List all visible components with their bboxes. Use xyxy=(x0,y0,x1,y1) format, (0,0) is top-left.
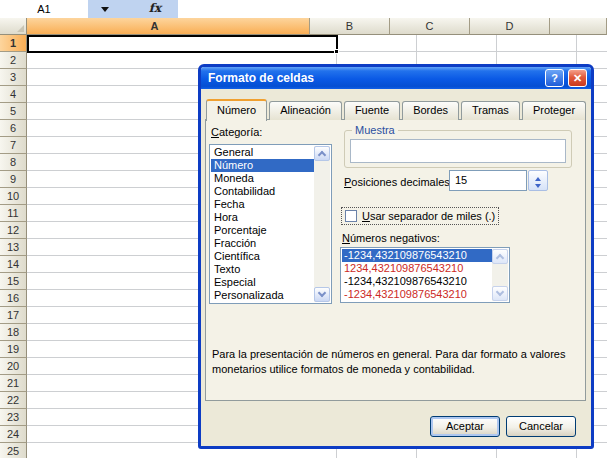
row-headers: 1 2 3 4 5 6 7 8 9 10 11 12 13 14 15 xyxy=(0,35,27,458)
negative-format-item[interactable]: 1234,432109876543210 xyxy=(342,262,492,275)
tab[interactable]: Bordes xyxy=(402,101,459,120)
row-header[interactable]: 24 xyxy=(0,426,27,443)
column-header[interactable]: D xyxy=(470,18,550,35)
formula-input[interactable] xyxy=(178,0,607,18)
negative-items: -1234,432109876543210 1234,4321098765432… xyxy=(342,249,492,301)
category-item[interactable]: Moneda xyxy=(211,172,314,185)
category-item[interactable]: Científica xyxy=(211,250,314,263)
row-header[interactable]: 11 xyxy=(0,205,27,222)
category-item[interactable]: Fracción xyxy=(211,237,314,250)
category-item[interactable]: Fecha xyxy=(211,198,314,211)
close-icon[interactable]: ✕ xyxy=(568,69,587,87)
category-item[interactable]: Hora xyxy=(211,211,314,224)
tab[interactable]: Tramas xyxy=(461,101,520,120)
category-item[interactable]: Número xyxy=(211,159,314,172)
column-header[interactable] xyxy=(550,18,607,35)
sample-label: Muestra xyxy=(352,124,398,136)
name-box-controls: fx xyxy=(88,0,178,18)
row-header[interactable]: 19 xyxy=(0,341,27,358)
category-item[interactable]: Porcentaje xyxy=(211,224,314,237)
column-header[interactable]: C xyxy=(390,18,470,35)
category-listbox: General Número Moneda Contabilidad Fecha… xyxy=(209,144,332,304)
tab[interactable]: Proteger xyxy=(522,101,586,120)
checkbox-icon[interactable] xyxy=(345,210,357,222)
name-box[interactable]: A1 xyxy=(0,0,88,18)
negative-numbers-listbox: -1234,432109876543210 1234,4321098765432… xyxy=(340,247,510,303)
thousands-separator-label: Usar separador de miles (.) xyxy=(362,210,495,222)
row-header[interactable]: 25 xyxy=(0,443,27,458)
row-header[interactable]: 21 xyxy=(0,375,27,392)
sample-groupbox: Muestra xyxy=(344,130,572,168)
category-item[interactable]: Texto xyxy=(211,263,314,276)
row-header[interactable]: 10 xyxy=(0,188,27,205)
spin-down-icon[interactable] xyxy=(529,181,547,190)
row-header[interactable]: 18 xyxy=(0,324,27,341)
row-header[interactable]: 7 xyxy=(0,137,27,154)
insert-function-icon[interactable]: fx xyxy=(142,0,168,18)
row-header[interactable]: 8 xyxy=(0,154,27,171)
category-scrollbar[interactable] xyxy=(314,146,330,302)
negative-format-item[interactable]: -1234,432109876543210 xyxy=(342,275,492,288)
category-item[interactable]: Personalizada xyxy=(211,289,314,302)
category-label: Categoría: xyxy=(211,126,262,138)
cancel-button[interactable]: Cancelar xyxy=(506,416,576,437)
format-cells-dialog: Formato de celdas ? ✕ Número Alineación … xyxy=(198,64,594,449)
chevron-down-icon[interactable] xyxy=(101,7,109,16)
category-description: Para la presentación de números en gener… xyxy=(212,347,582,377)
row-header[interactable]: 23 xyxy=(0,409,27,426)
number-tab-panel: Categoría: General Número Moneda Contabi… xyxy=(205,119,586,401)
fill-handle[interactable] xyxy=(334,49,339,54)
tab[interactable]: Número xyxy=(206,99,267,121)
tab[interactable]: Fuente xyxy=(344,101,400,120)
decimal-places-input[interactable]: 15 xyxy=(449,170,527,191)
row-header[interactable]: 9 xyxy=(0,171,27,188)
dialog-title: Formato de celdas xyxy=(208,71,314,85)
row-header[interactable]: 1 xyxy=(0,35,27,52)
scroll-up-icon[interactable] xyxy=(492,249,508,264)
sample-value xyxy=(350,139,566,163)
negatives-scrollbar[interactable] xyxy=(492,249,508,301)
row-header[interactable]: 13 xyxy=(0,239,27,256)
row-header[interactable]: 3 xyxy=(0,69,27,86)
row-header[interactable]: 20 xyxy=(0,358,27,375)
help-icon[interactable]: ? xyxy=(545,69,564,87)
negative-format-item[interactable]: -1234,432109876543210 xyxy=(342,288,492,301)
excel-window: A1 fx A B C D 1 2 3 4 5 xyxy=(0,0,607,458)
decimal-places-stepper xyxy=(528,170,548,191)
category-item[interactable]: Especial xyxy=(211,276,314,289)
scroll-down-icon[interactable] xyxy=(492,286,508,301)
formula-bar: A1 fx xyxy=(0,0,607,18)
negative-format-item[interactable]: -1234,432109876543210 xyxy=(342,249,492,262)
dialog-titlebar[interactable]: Formato de celdas ? ✕ xyxy=(201,67,591,89)
row-header[interactable]: 16 xyxy=(0,290,27,307)
category-item[interactable]: Contabilidad xyxy=(211,185,314,198)
selected-cell-a1[interactable] xyxy=(27,35,338,53)
column-header[interactable]: A xyxy=(0,18,310,35)
thousands-separator-checkbox[interactable]: Usar separador de miles (.) xyxy=(342,208,498,224)
scroll-up-icon[interactable] xyxy=(314,146,330,161)
row-header[interactable]: 22 xyxy=(0,392,27,409)
dialog-tabs: Número Alineación Fuente Bordes Tramas P… xyxy=(206,98,588,120)
row-header[interactable]: 12 xyxy=(0,222,27,239)
category-items: General Número Moneda Contabilidad Fecha… xyxy=(211,146,314,302)
scroll-down-icon[interactable] xyxy=(314,287,330,302)
decimal-places-label: Posiciones decimales: xyxy=(344,176,453,188)
category-item[interactable]: General xyxy=(211,146,314,159)
row-header[interactable]: 14 xyxy=(0,256,27,273)
row-header[interactable]: 4 xyxy=(0,86,27,103)
row-header[interactable]: 2 xyxy=(0,52,27,69)
accept-button[interactable]: Aceptar xyxy=(430,416,500,437)
spin-up-icon[interactable] xyxy=(529,171,547,180)
row-header[interactable]: 15 xyxy=(0,273,27,290)
tab[interactable]: Alineación xyxy=(269,101,342,120)
row-header[interactable]: 5 xyxy=(0,103,27,120)
column-headers: A B C D xyxy=(0,18,607,35)
negative-numbers-label: Números negativos: xyxy=(342,232,440,244)
select-all-corner[interactable] xyxy=(0,18,27,35)
row-header[interactable]: 6 xyxy=(0,120,27,137)
column-header[interactable]: B xyxy=(310,18,390,35)
row-header[interactable]: 17 xyxy=(0,307,27,324)
